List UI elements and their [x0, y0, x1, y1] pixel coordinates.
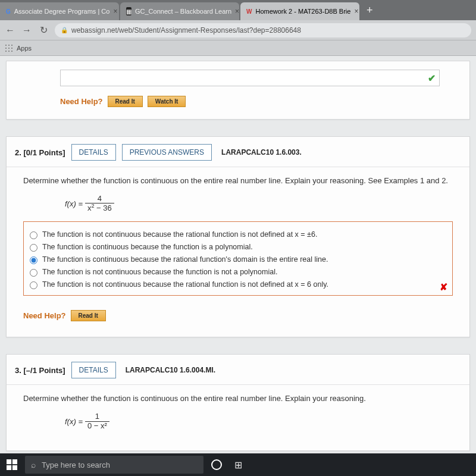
question-function: f(x) = 1 0 − x² — [65, 412, 453, 430]
url-input[interactable]: 🔒 webassign.net/web/Student/Assignment-R… — [55, 23, 471, 37]
favicon-google: G — [6, 7, 11, 15]
browser-tab-bar: G Associate Degree Programs | Co × ▦ GC_… — [0, 0, 476, 20]
address-bar: ← → ↻ 🔒 webassign.net/web/Student/Assign… — [0, 20, 476, 40]
svg-rect-2 — [7, 465, 11, 470]
favicon-blackboard: ▦ — [126, 7, 131, 15]
read-it-button[interactable]: Read It — [108, 96, 143, 107]
answer-input-q1[interactable]: ✔ — [60, 70, 440, 86]
close-icon[interactable]: × — [235, 7, 239, 15]
windows-taskbar: ⌕ Type here to search ⊞ — [0, 453, 476, 476]
new-tab-button[interactable]: + — [361, 4, 379, 17]
search-placeholder: Type here to search — [42, 461, 110, 469]
apps-label[interactable]: Apps — [17, 45, 32, 52]
radio-4[interactable] — [30, 269, 37, 277]
option-2[interactable]: The function is continuous because the f… — [30, 243, 446, 252]
option-4[interactable]: The function is not continuous because t… — [30, 268, 446, 277]
radio-2[interactable] — [30, 244, 37, 252]
watch-it-button[interactable]: Watch It — [148, 96, 186, 107]
radio-3[interactable] — [30, 256, 37, 264]
tab-blackboard[interactable]: ▦ GC_Connect – Blackboard Learn × — [120, 2, 239, 20]
tab-associate-degree[interactable]: G Associate Degree Programs | Co × — [0, 2, 119, 20]
option-5[interactable]: The function is not continuous because t… — [30, 280, 446, 289]
start-button[interactable] — [4, 456, 20, 473]
forward-icon[interactable]: → — [21, 25, 32, 36]
reload-icon[interactable]: ↻ — [38, 24, 49, 36]
back-icon[interactable]: ← — [5, 25, 15, 36]
help-row-q1: Need Help? Read It Watch It — [60, 96, 469, 107]
answer-options: The function is not continuous because t… — [23, 221, 453, 296]
svg-rect-0 — [7, 459, 11, 464]
task-view-button[interactable]: ⊞ — [230, 456, 246, 473]
taskbar-search[interactable]: ⌕ Type here to search — [25, 456, 203, 474]
question-reference: LARAPCALC10 1.6.003. — [221, 148, 302, 156]
question-header-2: 2. [0/1 Points] DETAILS PREVIOUS ANSWERS… — [7, 137, 469, 167]
radio-5[interactable] — [30, 281, 37, 289]
read-it-button[interactable]: Read It — [71, 310, 106, 321]
question-header-3: 3. [–/1 Points] DETAILS LARAPCALC10 1.6.… — [7, 355, 469, 385]
search-icon: ⌕ — [31, 460, 36, 469]
question-card-1: ✔ Need Help? Read It Watch It — [6, 61, 470, 120]
apps-grid-icon[interactable] — [5, 44, 13, 52]
question-function: f(x) = 4 x2 − 36 — [65, 195, 453, 213]
question-body-3: Determine whether the function is contin… — [7, 385, 469, 442]
wrong-icon: ✘ — [440, 281, 447, 293]
favicon-webassign: W — [246, 7, 252, 15]
close-icon[interactable]: × — [354, 7, 358, 15]
question-card-2: 2. [0/1 Points] DETAILS PREVIOUS ANSWERS… — [6, 136, 470, 337]
help-row-q2: Need Help? Read It — [23, 310, 453, 321]
question-body-2: Determine whether the function is contin… — [7, 167, 469, 328]
need-help-label: Need Help? — [60, 97, 103, 106]
cortana-button[interactable] — [208, 456, 225, 473]
question-prompt: Determine whether the function is contin… — [23, 176, 453, 186]
details-button[interactable]: DETAILS — [71, 144, 116, 161]
option-label: The function is continuous because the f… — [42, 243, 253, 251]
details-button[interactable]: DETAILS — [71, 362, 116, 378]
check-icon: ✔ — [428, 73, 436, 84]
tab-label: GC_Connect – Blackboard Learn — [135, 8, 231, 15]
option-3[interactable]: The function is continuous because the r… — [30, 255, 446, 264]
windows-icon — [7, 459, 17, 470]
close-icon[interactable]: × — [113, 7, 117, 15]
lock-icon: 🔒 — [61, 27, 68, 33]
option-label: The function is not continuous because t… — [42, 280, 328, 289]
question-number: 2. [0/1 Points] — [15, 148, 65, 157]
page-content: ✔ Need Help? Read It Watch It 2. [0/1 Po… — [0, 56, 476, 453]
tab-label: Associate Degree Programs | Co — [14, 8, 110, 15]
svg-rect-1 — [12, 459, 17, 464]
question-number: 3. [–/1 Points] — [15, 366, 65, 375]
bookmarks-bar: Apps — [0, 40, 476, 56]
question-prompt: Determine whether the function is contin… — [23, 393, 453, 404]
option-label: The function is not continuous because t… — [42, 268, 277, 276]
option-label: The function is not continuous because t… — [42, 230, 317, 239]
tab-homework-active[interactable]: W Homework 2 - MAT263-D8B Brie × — [240, 2, 359, 20]
option-1[interactable]: The function is not continuous because t… — [30, 230, 446, 239]
question-reference: LARAPCALC10 1.6.004.MI. — [126, 366, 215, 374]
question-card-3: 3. [–/1 Points] DETAILS LARAPCALC10 1.6.… — [6, 354, 470, 451]
svg-rect-3 — [12, 465, 17, 470]
need-help-label: Need Help? — [23, 311, 66, 320]
tab-label: Homework 2 - MAT263-D8B Brie — [255, 8, 350, 15]
previous-answers-button[interactable]: PREVIOUS ANSWERS — [122, 144, 212, 161]
radio-1[interactable] — [30, 231, 37, 239]
option-label: The function is continuous because the r… — [42, 255, 328, 264]
url-text: webassign.net/web/Student/Assignment-Res… — [71, 26, 301, 35]
cortana-icon — [211, 459, 222, 470]
